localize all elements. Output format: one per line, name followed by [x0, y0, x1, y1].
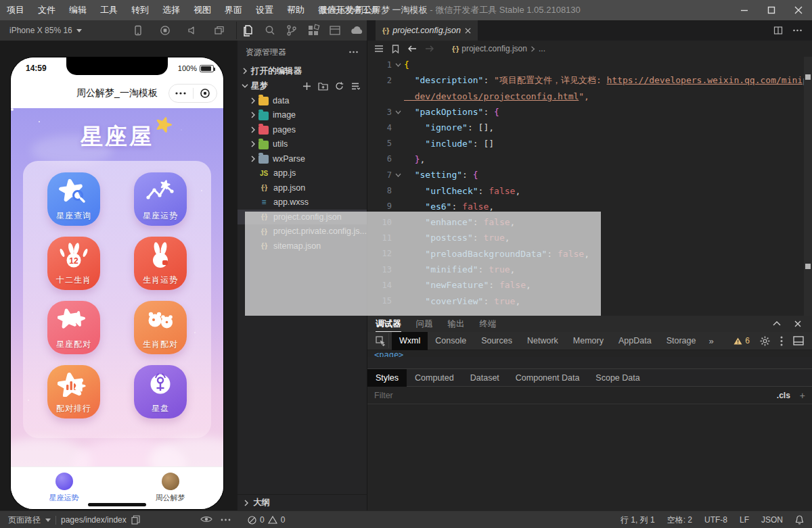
outline-list-icon[interactable]: [374, 45, 384, 53]
split-editor-icon[interactable]: [773, 26, 783, 35]
file-row[interactable]: data: [238, 93, 367, 108]
devtools-settings-icon[interactable]: [760, 336, 770, 346]
close-tab-icon[interactable]: [465, 28, 471, 34]
files-explorer-icon[interactable]: [242, 24, 255, 37]
notifications-bell-icon[interactable]: [795, 515, 804, 525]
debugger-tab[interactable]: 终端: [480, 316, 497, 332]
minimize-button[interactable]: [731, 0, 758, 20]
menu-item[interactable]: 文件: [31, 0, 62, 20]
device-selector-dropdown[interactable]: iPhone X 85% 16: [9, 20, 82, 41]
nav-forward-icon[interactable]: [425, 45, 434, 53]
collapse-panel-icon[interactable]: [773, 320, 781, 326]
devtools-tab[interactable]: Memory: [566, 332, 611, 350]
file-row[interactable]: image: [238, 108, 367, 123]
extensions-icon[interactable]: [307, 24, 320, 37]
style-tab[interactable]: Scope Data: [587, 369, 648, 387]
explorer-more-icon[interactable]: [348, 47, 359, 57]
debugger-tab[interactable]: 输出: [448, 316, 465, 332]
style-tab[interactable]: Component Data: [508, 369, 588, 387]
new-folder-icon[interactable]: [318, 82, 328, 91]
collapse-all-icon[interactable]: [351, 82, 360, 91]
file-row[interactable]: {·}app.json: [238, 181, 367, 195]
capsule-more-button[interactable]: [169, 92, 193, 95]
nav-back-icon[interactable]: [407, 45, 417, 53]
new-style-rule-button[interactable]: +: [800, 390, 805, 401]
indent-setting[interactable]: 空格: 2: [667, 514, 692, 526]
feature-tile[interactable]: 生肖配对: [134, 301, 187, 354]
feature-tile[interactable]: 星座运势: [134, 172, 187, 226]
style-tab[interactable]: Computed: [407, 369, 462, 387]
close-button[interactable]: [785, 0, 812, 20]
new-file-icon[interactable]: [302, 82, 311, 91]
menu-item[interactable]: 转到: [125, 0, 156, 20]
devtools-tab[interactable]: Sources: [474, 332, 520, 350]
language-mode[interactable]: JSON: [761, 515, 783, 525]
feature-tile[interactable]: 星盘: [134, 365, 187, 418]
feature-tile[interactable]: 配对排行: [47, 365, 100, 418]
bookmark-icon[interactable]: [392, 45, 399, 53]
more-actions-icon[interactable]: [792, 26, 803, 35]
maximize-button[interactable]: [758, 0, 785, 20]
wxml-element-fragment[interactable]: <page>: [367, 350, 812, 357]
fold-chevron-icon[interactable]: [392, 63, 404, 67]
multi-window-icon[interactable]: [214, 25, 225, 36]
file-row[interactable]: utils: [238, 137, 367, 152]
console-drawer-icon[interactable]: [793, 336, 804, 345]
eol-setting[interactable]: LF: [740, 515, 749, 525]
menu-item[interactable]: 工具: [93, 0, 125, 20]
style-tab[interactable]: Styles: [367, 369, 407, 387]
fold-chevron-icon[interactable]: [392, 173, 404, 177]
file-row[interactable]: ≡app.wxss: [238, 195, 367, 210]
toggle-class-button[interactable]: .cls: [777, 391, 790, 400]
statusbar-more-icon[interactable]: [221, 519, 231, 521]
breadcrumb[interactable]: {·} project.config.json ...: [452, 44, 545, 53]
menu-item[interactable]: 选择: [156, 0, 187, 20]
feature-tile[interactable]: 星座配对: [47, 301, 100, 354]
phone-icon[interactable]: [133, 25, 143, 36]
devtools-tab[interactable]: Wxml: [392, 332, 428, 350]
feature-tile[interactable]: 生肖运势: [134, 237, 187, 290]
file-row[interactable]: wxParse: [238, 151, 367, 166]
page-path-label[interactable]: 页面路径: [8, 514, 41, 526]
copy-path-icon[interactable]: [131, 515, 140, 525]
compile-stop-icon[interactable]: [160, 25, 171, 36]
open-editors-section[interactable]: 打开的编辑器: [238, 64, 367, 78]
cursor-position[interactable]: 行 1, 列 1: [621, 514, 655, 526]
editor-scrollbar[interactable]: [804, 57, 812, 316]
devtools-tab[interactable]: Storage: [659, 332, 704, 350]
debugger-tab[interactable]: 调试器: [376, 316, 401, 332]
devtools-tab[interactable]: Console: [428, 332, 474, 350]
mute-speaker-icon[interactable]: [187, 25, 198, 36]
problems-indicator[interactable]: 0 0: [248, 511, 285, 528]
menu-item[interactable]: 设置: [249, 0, 280, 20]
menu-item[interactable]: 界面: [218, 0, 249, 20]
kebab-menu-icon[interactable]: [780, 336, 783, 346]
encoding[interactable]: UTF-8: [704, 515, 727, 525]
debugger-tab[interactable]: 问题: [416, 316, 433, 332]
fold-chevron-icon[interactable]: [392, 110, 404, 114]
capsule-exit-button[interactable]: [194, 88, 217, 99]
close-panel-icon[interactable]: [794, 320, 801, 327]
git-branch-icon[interactable]: [285, 24, 298, 37]
project-root-section[interactable]: 星梦: [238, 78, 367, 93]
refresh-icon[interactable]: [335, 82, 344, 91]
menu-item[interactable]: 帮助: [280, 0, 311, 20]
cloud-icon[interactable]: [350, 25, 365, 36]
file-row[interactable]: JSapp.js: [238, 166, 367, 181]
search-icon[interactable]: [263, 24, 277, 37]
tabs-overflow-chevron[interactable]: »: [703, 336, 719, 346]
feature-tile[interactable]: 星座查询: [47, 172, 100, 226]
menu-item[interactable]: 视图: [187, 0, 218, 20]
warning-badge[interactable]: 6: [734, 336, 750, 345]
feature-tile[interactable]: 12十二生肖: [47, 237, 100, 290]
devtools-tab[interactable]: AppData: [611, 332, 659, 350]
editor-tab-project-config[interactable]: {·} project.config.json: [376, 20, 478, 41]
style-filter-input[interactable]: [374, 391, 777, 400]
devtools-tab[interactable]: Network: [520, 332, 566, 350]
outline-section[interactable]: 大纲: [238, 494, 367, 510]
inspect-element-button[interactable]: [373, 333, 389, 348]
page-path-value[interactable]: pages/index/index: [61, 515, 127, 525]
file-row[interactable]: pages: [238, 122, 367, 137]
style-tab[interactable]: Dataset: [462, 369, 508, 387]
menu-item[interactable]: 编辑: [62, 0, 93, 20]
